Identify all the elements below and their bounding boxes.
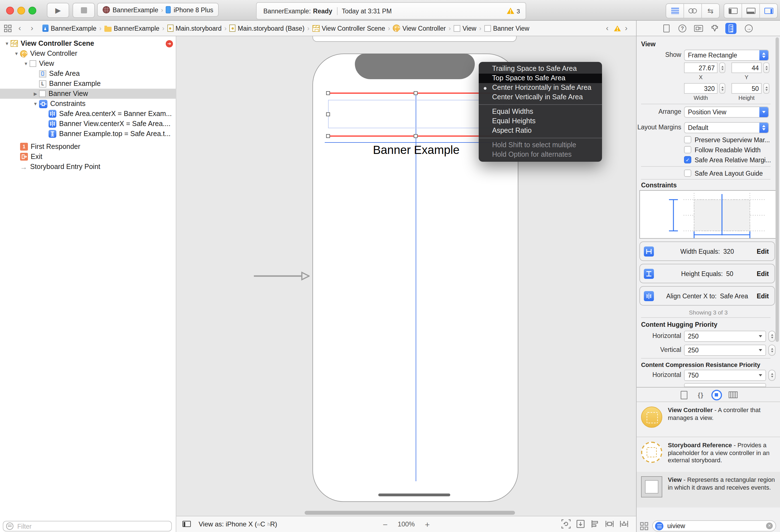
device-orientation-icon[interactable] [183, 521, 191, 527]
constraint-row-height[interactable]: Height Equals:50 Edit [639, 264, 775, 283]
breadcrumb-item[interactable]: BannerExample [104, 25, 159, 32]
library-item-view-controller[interactable]: View Controller - A controller that mana… [637, 402, 780, 437]
resolve-layout-issues-button[interactable] [619, 519, 629, 529]
connections-inspector-tab[interactable]: → [743, 23, 754, 34]
selection-handle[interactable] [326, 91, 330, 95]
code-snippet-library-tab[interactable]: { } [694, 389, 706, 401]
related-items-icon[interactable] [4, 24, 12, 32]
constraint-row-align-center-x[interactable]: Align Center X to:Safe Area Edit [639, 286, 775, 306]
arrange-popup[interactable]: Position View [684, 107, 769, 118]
disclosure-triangle[interactable]: ▶ [32, 91, 39, 96]
menu-item[interactable]: Center Vertically in Safe Area [479, 93, 602, 102]
assistant-editor-button[interactable] [684, 4, 702, 18]
minimize-window-button[interactable] [17, 7, 25, 14]
toggle-debug-area-button[interactable] [742, 4, 760, 18]
zoom-out-button[interactable]: − [383, 520, 388, 529]
library-filter-bar[interactable]: ✕ [652, 520, 776, 531]
breadcrumb-item[interactable]: View Controller Scene [312, 25, 385, 32]
attributes-inspector-tab[interactable] [709, 23, 720, 34]
jump-badge-icon[interactable]: ➔ [166, 40, 173, 47]
menu-item[interactable]: Aspect Ratio [479, 126, 602, 136]
safe-area-guide-checkbox[interactable]: Safe Area Layout Guide [684, 169, 763, 177]
outline-filter-input[interactable] [16, 522, 158, 530]
width-stepper[interactable] [719, 83, 725, 94]
view-as-button[interactable]: View as: iPhone X (wChR) [199, 516, 277, 532]
banner-view-bounds[interactable] [328, 100, 504, 128]
issue-badge[interactable]: 3 [506, 7, 520, 14]
breadcrumb-item[interactable]: View Controller [393, 24, 446, 32]
breadcrumb-item[interactable]: BannerExample [42, 24, 97, 32]
file-inspector-tab[interactable] [661, 23, 672, 34]
menu-item[interactable]: Trailing Space to Safe Area [479, 64, 602, 73]
quick-help-tab[interactable]: ? [677, 23, 688, 34]
forward-button[interactable]: › [31, 24, 33, 32]
identity-inspector-tab[interactable] [693, 23, 704, 34]
disclosure-triangle[interactable]: ▼ [3, 41, 11, 46]
outline-row-view[interactable]: ▼ View [0, 59, 199, 68]
library-filter-input[interactable] [666, 522, 755, 530]
selection-handle[interactable] [414, 91, 418, 95]
selection-handle[interactable] [326, 112, 330, 116]
storyboard-canvas[interactable]: Banner Example Trailing Space to Safe Ar… [176, 36, 636, 516]
outline-row-exit[interactable]: Exit [0, 152, 189, 162]
x-stepper[interactable] [719, 62, 725, 73]
library-item-storyboard-reference[interactable]: Storyboard Reference - Provides a placeh… [637, 437, 780, 472]
menu-item-highlighted[interactable]: Top Space to Safe Area [479, 73, 602, 83]
hugging-horizontal-stepper[interactable] [768, 331, 776, 342]
height-stepper[interactable] [763, 83, 769, 94]
preserve-margins-checkbox[interactable]: Preserve Superview Mar... [684, 136, 770, 143]
outline-row-view-controller-scene[interactable]: ▼ View Controller Scene ➔ [0, 39, 180, 49]
compression-horizontal-combo[interactable]: 750 [684, 370, 766, 381]
breadcrumb-item[interactable]: Main.storyboard (Base) [229, 24, 304, 32]
menu-item[interactable]: Equal Widths [479, 107, 602, 116]
disclosure-triangle[interactable]: ▼ [13, 51, 20, 56]
toggle-inspector-button[interactable] [760, 4, 777, 18]
hugging-vertical-stepper[interactable] [768, 344, 776, 356]
menu-item[interactable]: Center Horizontally in Safe Area [479, 83, 602, 93]
width-field[interactable]: 320 [684, 83, 718, 94]
toggle-navigator-button[interactable] [724, 4, 742, 18]
compression-horizontal-stepper[interactable] [768, 370, 776, 381]
previous-issue-button[interactable]: ‹ [606, 24, 608, 32]
size-inspector-tab[interactable] [725, 23, 736, 34]
zoom-window-button[interactable] [29, 7, 36, 14]
safe-area-margins-checkbox[interactable]: ✓Safe Area Relative Margi... [684, 156, 771, 163]
pin-constraints-button[interactable] [605, 519, 614, 529]
clear-icon[interactable]: ✕ [766, 523, 773, 529]
inspector-scrollbar[interactable] [776, 37, 779, 342]
embed-in-stack-button[interactable] [576, 519, 585, 529]
breadcrumb-item[interactable]: Banner View [484, 25, 529, 32]
scheme-selector[interactable]: BannerExample › iPhone 8 Plus [97, 3, 219, 17]
library-item-view[interactable]: View - Represents a rectangular region i… [637, 472, 780, 508]
zoom-in-button[interactable]: + [425, 520, 430, 529]
next-issue-button[interactable]: › [625, 24, 627, 32]
edit-button[interactable]: Edit [757, 270, 769, 277]
hugging-horizontal-combo[interactable]: 250 [684, 331, 766, 342]
outline-row-view-controller[interactable]: ▼ View Controller [0, 49, 189, 59]
y-stepper[interactable] [763, 62, 769, 73]
layout-margins-popup[interactable]: Default [684, 122, 769, 133]
library-grid-view-icon[interactable] [640, 522, 648, 530]
edit-button[interactable]: Edit [757, 248, 769, 255]
disclosure-triangle[interactable]: ▼ [32, 101, 39, 106]
breadcrumb-item[interactable]: Main.storyboard [167, 24, 222, 32]
horizontal-scrollbar[interactable] [305, 511, 515, 515]
hugging-vertical-combo[interactable]: 250 [684, 344, 766, 356]
run-button[interactable]: ▶ [47, 3, 69, 18]
zoom-level[interactable]: 100% [398, 520, 415, 528]
outline-filter-bar[interactable] [3, 521, 172, 531]
outline-row-entry-point[interactable]: → Storyboard Entry Point [0, 162, 189, 172]
readable-width-checkbox[interactable]: Follow Readable Width [684, 146, 761, 153]
warning-icon[interactable] [614, 25, 621, 32]
update-frames-button[interactable] [561, 519, 571, 529]
selection-handle[interactable] [414, 134, 418, 138]
file-template-library-tab[interactable] [678, 389, 690, 401]
disclosure-triangle[interactable]: ▼ [22, 61, 30, 66]
outline-row-first-responder[interactable]: 1 First Responder [0, 142, 189, 152]
selection-handle[interactable] [326, 134, 330, 138]
height-field[interactable]: 50 [731, 83, 762, 94]
align-button[interactable] [590, 519, 600, 529]
y-field[interactable]: 44 [731, 62, 762, 73]
edit-button[interactable]: Edit [757, 292, 769, 299]
close-window-button[interactable] [6, 7, 14, 14]
